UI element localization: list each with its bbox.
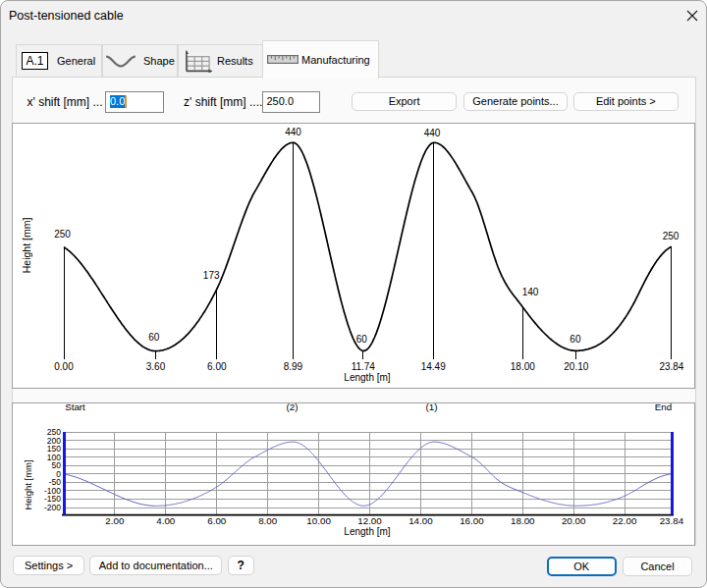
svg-text:11.74: 11.74: [352, 361, 376, 372]
svg-text:End: End: [655, 403, 672, 412]
svg-text:2.00: 2.00: [105, 515, 125, 526]
svg-text:8.00: 8.00: [258, 515, 278, 526]
svg-text:250: 250: [663, 231, 680, 241]
svg-text:22.00: 22.00: [613, 515, 637, 526]
svg-text:6.00: 6.00: [207, 361, 227, 372]
svg-text:18.00: 18.00: [511, 515, 535, 526]
svg-text:140: 140: [522, 287, 539, 297]
svg-text:Start: Start: [65, 403, 85, 412]
svg-text:60: 60: [356, 334, 368, 345]
svg-text:Height [mm]: Height [mm]: [23, 459, 33, 509]
svg-text:14.00: 14.00: [408, 515, 433, 526]
svg-text:Height [mm]: Height [mm]: [21, 218, 32, 274]
svg-text:(2): (2): [287, 403, 299, 412]
svg-text:Length [m]: Length [m]: [344, 526, 390, 537]
svg-text:20.00: 20.00: [562, 515, 586, 526]
svg-text:3.60: 3.60: [146, 361, 166, 372]
svg-text:4.00: 4.00: [156, 515, 176, 526]
svg-text:23.84: 23.84: [660, 515, 684, 526]
svg-text:60: 60: [570, 334, 581, 345]
svg-text:8.99: 8.99: [284, 361, 303, 372]
svg-text:173: 173: [203, 270, 220, 281]
svg-text:14.49: 14.49: [421, 361, 446, 372]
svg-text:-200: -200: [44, 503, 61, 512]
svg-text:23.84: 23.84: [659, 361, 683, 372]
svg-text:16.00: 16.00: [460, 515, 484, 526]
svg-text:18.00: 18.00: [511, 361, 535, 372]
svg-text:0.00: 0.00: [54, 361, 74, 372]
svg-text:440: 440: [285, 127, 301, 137]
svg-text:(1): (1): [426, 403, 438, 412]
svg-text:20.10: 20.10: [564, 361, 588, 372]
svg-text:60: 60: [148, 332, 160, 343]
svg-text:250: 250: [54, 229, 71, 240]
svg-text:6.00: 6.00: [207, 515, 227, 526]
svg-text:440: 440: [424, 128, 441, 138]
svg-text:10.00: 10.00: [306, 515, 331, 526]
svg-text:12.00: 12.00: [357, 515, 382, 526]
svg-text:Length [m]: Length [m]: [344, 372, 390, 383]
